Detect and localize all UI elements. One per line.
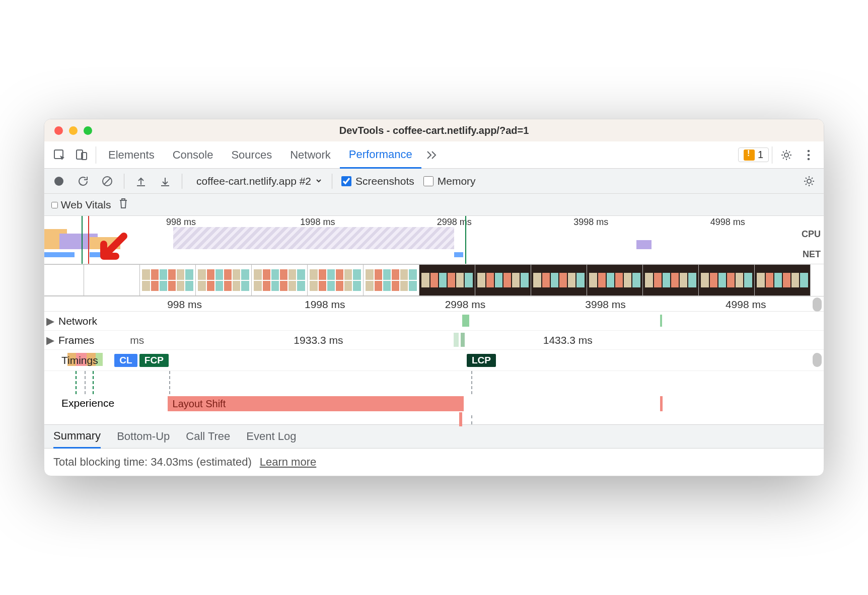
timings-body <box>44 371 824 394</box>
filmstrip-thumb[interactable] <box>475 264 531 296</box>
filmstrip-thumb[interactable] <box>698 264 755 296</box>
track-timings[interactable]: Timings CL FCP LCP <box>44 350 824 371</box>
expand-icon[interactable]: ▶ <box>44 315 56 327</box>
tab-console[interactable]: Console <box>164 141 223 168</box>
filmstrip-thumb[interactable] <box>587 264 643 296</box>
filmstrip-thumb[interactable] <box>251 264 308 296</box>
svg-point-6 <box>808 158 810 160</box>
tabs-overflow-icon[interactable] <box>421 150 444 160</box>
perf-subtoolbar: Web Vitals <box>44 194 824 216</box>
filmstrip-thumb[interactable] <box>531 264 587 296</box>
filmstrip-thumb[interactable] <box>307 264 364 296</box>
track-network[interactable]: ▶ Network <box>44 312 824 331</box>
track-experience[interactable]: Experience Layout Shift <box>44 394 824 415</box>
devtools-window: DevTools - coffee-cart.netlify.app/?ad=1… <box>44 119 824 476</box>
inspect-icon[interactable] <box>48 148 70 162</box>
filmstrip-thumb[interactable] <box>139 264 196 296</box>
track-frames[interactable]: ▶ Frames ms 1933.3 ms 1433.3 ms <box>44 331 824 350</box>
window-close[interactable] <box>54 126 63 135</box>
filmstrip-thumb[interactable] <box>84 264 140 296</box>
load-profile-button[interactable] <box>133 176 149 187</box>
details-tab-call-tree[interactable]: Call Tree <box>186 425 230 448</box>
screenshots-checkbox[interactable] <box>341 176 351 186</box>
details-tab-event-log[interactable]: Event Log <box>246 425 296 448</box>
issues-icon <box>744 150 755 161</box>
svg-point-4 <box>808 150 810 152</box>
web-vitals-toggle[interactable]: Web Vitals <box>51 199 111 211</box>
issues-count: 1 <box>758 149 763 161</box>
details-tab-summary[interactable]: Summary <box>53 425 101 449</box>
cpu-label: CPU <box>802 229 821 240</box>
tab-performance[interactable]: Performance <box>340 142 421 169</box>
svg-point-5 <box>808 154 810 156</box>
save-profile-button[interactable] <box>158 176 173 187</box>
details-tabstrip: Summary Bottom-Up Call Tree Event Log <box>44 424 824 449</box>
record-button[interactable] <box>51 176 66 187</box>
svg-point-7 <box>54 177 63 186</box>
filmstrip-thumb[interactable] <box>44 264 84 296</box>
net-chart <box>44 249 804 261</box>
perf-toolbar: coffee-cart.netlify.app #2 Screenshots M… <box>44 169 824 194</box>
fcp-badge[interactable]: FCP <box>139 354 169 367</box>
layout-shift-event[interactable] <box>660 396 663 411</box>
filmstrip-thumb[interactable] <box>642 264 699 296</box>
tab-elements[interactable]: Elements <box>99 141 164 168</box>
learn-more-link[interactable]: Learn more <box>260 456 317 469</box>
settings-icon[interactable] <box>775 148 798 162</box>
kebab-menu-icon[interactable] <box>798 148 820 162</box>
cpu-chart <box>44 227 804 249</box>
filmstrip-thumb[interactable] <box>195 264 252 296</box>
summary-status: Total blocking time: 34.03ms (estimated)… <box>44 449 824 476</box>
flame-ruler: 998 ms 1998 ms 2998 ms 3998 ms 4998 ms <box>44 296 824 312</box>
tab-sources[interactable]: Sources <box>222 141 281 168</box>
filmstrip-thumb[interactable] <box>363 264 419 296</box>
filmstrip-thumb[interactable] <box>754 264 811 296</box>
screenshots-toggle[interactable]: Screenshots <box>341 175 414 187</box>
memory-checkbox[interactable] <box>423 176 433 186</box>
blocking-time-text: Total blocking time: 34.03ms (estimated) <box>53 456 252 469</box>
net-label: NET <box>803 249 821 260</box>
details-tab-bottom-up[interactable]: Bottom-Up <box>117 425 170 448</box>
reload-record-button[interactable] <box>76 175 91 187</box>
delete-icon[interactable] <box>118 197 129 212</box>
filmstrip[interactable] <box>44 264 824 296</box>
svg-point-9 <box>807 179 811 183</box>
layout-shift-event[interactable]: Layout Shift <box>168 396 464 411</box>
window-minimize[interactable] <box>69 126 78 135</box>
window-title: DevTools - coffee-cart.netlify.app/?ad=1 <box>44 125 824 136</box>
vertical-scrollbar[interactable] <box>813 298 822 312</box>
flamechart-pane[interactable]: 998 ms 1998 ms 2998 ms 3998 ms 4998 ms ▶… <box>44 296 824 424</box>
annotation-arrow-icon <box>95 231 130 268</box>
clear-button[interactable] <box>100 175 115 187</box>
recording-selector[interactable]: coffee-cart.netlify.app #2 <box>191 173 323 189</box>
issues-counter[interactable]: 1 <box>738 147 769 162</box>
svg-point-3 <box>784 153 788 157</box>
memory-toggle[interactable]: Memory <box>423 175 476 187</box>
filmstrip-thumb[interactable] <box>419 264 475 296</box>
capture-settings-icon[interactable] <box>802 175 817 188</box>
tab-network[interactable]: Network <box>281 141 340 168</box>
overview-pane[interactable]: 998 ms 1998 ms 2998 ms 3998 ms 4998 ms C… <box>44 216 824 264</box>
overview-ruler: 998 ms 1998 ms 2998 ms 3998 ms 4998 ms <box>44 216 804 227</box>
titlebar: DevTools - coffee-cart.netlify.app/?ad=1 <box>44 119 824 141</box>
cls-badge[interactable]: CL <box>114 354 137 367</box>
vertical-scrollbar[interactable] <box>813 353 822 367</box>
panel-tabstrip: Elements Console Sources Network Perform… <box>44 141 824 169</box>
expand-icon[interactable]: ▶ <box>44 334 56 346</box>
window-zoom[interactable] <box>84 126 92 135</box>
device-toggle-icon[interactable] <box>70 148 93 162</box>
web-vitals-checkbox[interactable] <box>51 202 58 208</box>
lcp-badge[interactable]: LCP <box>467 354 496 367</box>
